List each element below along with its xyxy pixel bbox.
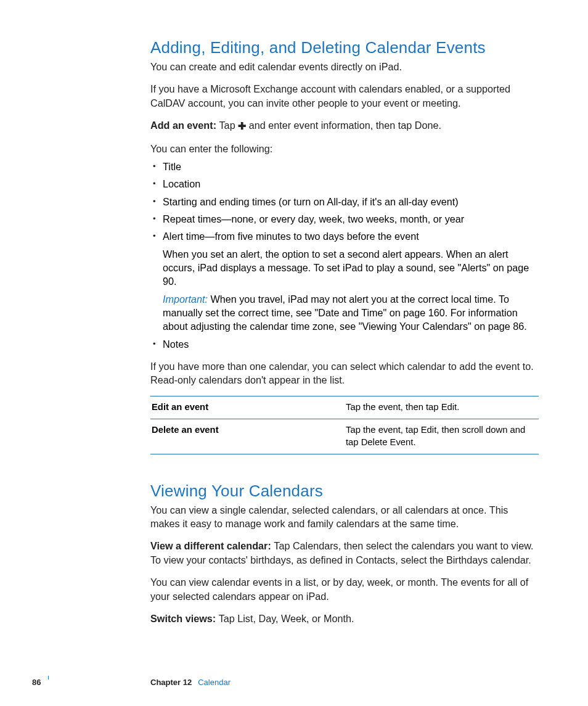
switch-views-line: Switch views: Tap List, Day, Week, or Mo… [150, 612, 539, 625]
heading-adding-editing: Adding, Editing, and Deleting Calendar E… [150, 38, 539, 57]
switch-views-label: Switch views: [150, 613, 219, 624]
list-item: Starting and ending times (or turn on Al… [150, 195, 539, 208]
table-cell-value: Tap the event, then tap Edit. [345, 396, 539, 419]
body-text: If you have more than one calendar, you … [150, 359, 539, 387]
heading-viewing-calendars: Viewing Your Calendars [150, 482, 539, 501]
event-fields-list: Title Location Starting and ending times… [150, 160, 539, 351]
list-item: Alert time—from five minutes to two days… [150, 229, 539, 334]
list-item: Location [150, 177, 539, 191]
body-text: You can view a single calendar, selected… [150, 503, 539, 531]
add-event-label: Add an event: [150, 120, 219, 131]
switch-views-text: Tap List, Day, Week, or Month. [219, 613, 354, 624]
page-number: 86 [32, 678, 41, 687]
plus-icon: ✚ [238, 121, 246, 131]
body-text: If you have a Microsoft Exchange account… [150, 82, 539, 110]
body-text: You can view calendar events in a list, … [150, 575, 539, 603]
add-event-pre: Tap [219, 120, 239, 131]
edit-delete-table: Edit an event Tap the event, then tap Ed… [150, 396, 539, 454]
list-item-text: Alert time—from five minutes to two days… [163, 231, 419, 242]
view-calendar-line: View a different calendar: Tap Calendars… [150, 539, 539, 567]
body-text: You can create and edit calendar events … [150, 60, 539, 73]
chapter-name: Calendar [198, 678, 231, 687]
list-item: Title [150, 160, 539, 173]
table-cell-label: Edit an event [150, 396, 345, 419]
alert-note: When you set an alert, the option to set… [163, 247, 539, 289]
important-label: Important: [163, 293, 210, 305]
enter-intro: You can enter the following: [150, 142, 539, 155]
list-item: Repeat times—none, or every day, week, t… [150, 212, 539, 226]
add-event-post: and enter event information, then tap Do… [246, 120, 441, 131]
important-text: When you travel, iPad may not alert you … [163, 293, 527, 332]
footer-divider [48, 676, 49, 679]
table-row: Delete an event Tap the event, tap Edit,… [150, 419, 539, 454]
table-row: Edit an event Tap the event, then tap Ed… [150, 396, 539, 419]
important-note: Important: When you travel, iPad may not… [163, 292, 539, 334]
table-cell-value: Tap the event, tap Edit, then scroll dow… [345, 419, 539, 454]
chapter-label: Chapter 12 [150, 678, 192, 687]
page: Adding, Editing, and Deleting Calendar E… [0, 0, 588, 706]
add-event-line: Add an event: Tap ✚ and enter event info… [150, 118, 539, 132]
table-cell-label: Delete an event [150, 419, 345, 454]
view-calendar-label: View a different calendar: [150, 540, 274, 551]
chapter-breadcrumb: Chapter 12Calendar [150, 678, 231, 687]
list-item: Notes [150, 337, 539, 351]
